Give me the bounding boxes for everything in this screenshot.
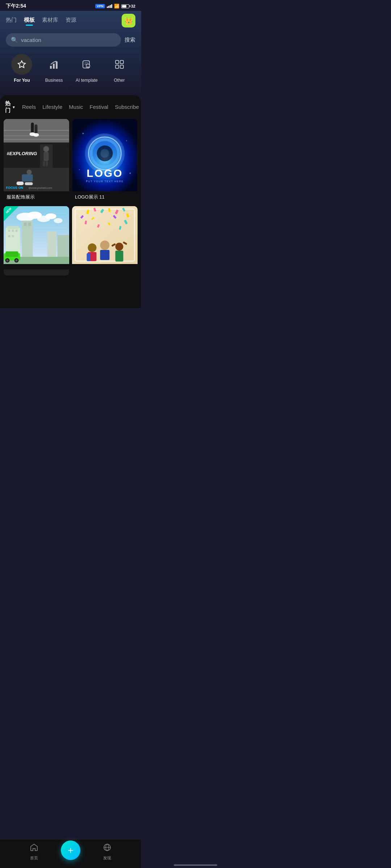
tab-hot[interactable]: 热门 bbox=[6, 17, 17, 25]
svg-rect-7 bbox=[84, 64, 87, 65]
wifi-icon: 📶 bbox=[114, 4, 119, 9]
subnav-reels[interactable]: Reels bbox=[22, 104, 36, 111]
battery-icon bbox=[121, 4, 129, 8]
business-label: Business bbox=[45, 78, 63, 83]
hot-dropdown[interactable]: 热门 ▼ bbox=[5, 100, 16, 114]
svg-point-92 bbox=[100, 241, 110, 250]
svg-text:FOCUS ON: FOCUS ON bbox=[6, 186, 24, 190]
svg-point-49 bbox=[46, 213, 56, 219]
bottom-section: 热门 ▼ Reels Lifestyle Music Festival Subs… bbox=[0, 95, 141, 308]
ai-template-icon-wrap: + bbox=[76, 54, 97, 75]
for-you-label: For You bbox=[14, 78, 30, 83]
tab-material[interactable]: 素材库 bbox=[42, 17, 58, 25]
svg-point-50 bbox=[54, 218, 63, 223]
card-building-label bbox=[4, 264, 69, 269]
subnav-lifestyle[interactable]: Lifestyle bbox=[42, 104, 62, 111]
hot-label: 热门 bbox=[5, 100, 10, 114]
svg-rect-9 bbox=[120, 60, 123, 64]
card1-mid-section: #EXPLORING bbox=[4, 142, 69, 168]
svg-point-94 bbox=[115, 243, 123, 251]
card-party[interactable] bbox=[72, 206, 138, 276]
svg-rect-10 bbox=[115, 65, 119, 68]
svg-rect-11 bbox=[120, 65, 123, 68]
svg-rect-29 bbox=[22, 174, 33, 182]
card-fashion[interactable]: #EXPLORING bbox=[4, 119, 69, 203]
category-business[interactable]: Business bbox=[43, 54, 64, 83]
category-other[interactable]: Other bbox=[109, 54, 130, 83]
for-you-icon-wrap bbox=[11, 54, 32, 75]
svg-point-67 bbox=[7, 259, 9, 261]
svg-rect-2 bbox=[56, 61, 58, 69]
other-icon-wrap bbox=[109, 54, 130, 75]
svg-rect-55 bbox=[16, 230, 18, 232]
ai-template-label: AI template bbox=[76, 78, 98, 83]
svg-text:+: + bbox=[87, 65, 89, 68]
svg-point-36 bbox=[126, 140, 127, 141]
subnav-festival[interactable]: Festival bbox=[89, 104, 108, 111]
svg-rect-91 bbox=[87, 253, 91, 261]
svg-rect-95 bbox=[115, 251, 123, 261]
content-grid: #EXPLORING bbox=[0, 118, 141, 279]
svg-rect-60 bbox=[28, 222, 31, 226]
subnav-subscribe[interactable]: Subscribe bbox=[115, 104, 139, 111]
status-time: 下午2:54 bbox=[6, 3, 26, 9]
svg-rect-26 bbox=[46, 161, 48, 166]
new-badge: NEW bbox=[4, 206, 22, 226]
scroll-indicator bbox=[0, 86, 141, 92]
sub-nav: 热门 ▼ Reels Lifestyle Music Festival Subs… bbox=[0, 95, 141, 118]
search-input-wrap[interactable]: 🔍 bbox=[6, 33, 121, 47]
svg-rect-1 bbox=[53, 64, 55, 69]
business-icon-wrap bbox=[43, 54, 64, 75]
nav-tabs: 热门 模板 素材库 资源 👑 bbox=[0, 11, 141, 30]
logo-sub-text: PUT YOUR TEXT HERE bbox=[86, 180, 124, 183]
svg-point-19 bbox=[33, 133, 39, 137]
search-icon: 🔍 bbox=[11, 37, 18, 43]
svg-rect-16 bbox=[31, 123, 34, 133]
svg-rect-54 bbox=[12, 230, 14, 232]
svg-point-38 bbox=[130, 173, 131, 174]
svg-rect-56 bbox=[8, 235, 10, 237]
svg-rect-57 bbox=[12, 235, 14, 237]
search-input[interactable] bbox=[21, 37, 116, 43]
other-label: Other bbox=[114, 78, 125, 83]
svg-rect-15 bbox=[4, 139, 69, 140]
svg-text:#EXPLORING: #EXPLORING bbox=[7, 151, 37, 156]
svg-rect-52 bbox=[7, 226, 19, 229]
svg-rect-24 bbox=[44, 152, 49, 161]
status-icons: VPN 📶 32 bbox=[95, 4, 135, 9]
card-building-image: NEW bbox=[4, 206, 69, 264]
svg-rect-17 bbox=[35, 124, 38, 135]
category-ai-template[interactable]: + AI template bbox=[76, 54, 98, 83]
signal-icon bbox=[107, 4, 112, 8]
card-building[interactable]: NEW bbox=[4, 206, 69, 276]
svg-text:@www.yourweb.com: @www.yourweb.com bbox=[29, 187, 52, 190]
svg-rect-25 bbox=[43, 161, 45, 166]
card-fashion-image: #EXPLORING bbox=[4, 119, 69, 191]
search-button[interactable]: 搜索 bbox=[125, 37, 135, 43]
card-logo-image: LOGO PUT YOUR TEXT HERE bbox=[72, 119, 138, 191]
svg-rect-31 bbox=[25, 182, 33, 185]
tab-resource[interactable]: 资源 bbox=[66, 17, 76, 25]
crown-button[interactable]: 👑 bbox=[122, 14, 135, 27]
svg-point-44 bbox=[101, 149, 109, 158]
svg-rect-59 bbox=[24, 222, 27, 226]
svg-rect-6 bbox=[84, 63, 88, 63]
svg-point-37 bbox=[79, 169, 80, 170]
svg-rect-93 bbox=[100, 250, 110, 260]
card-logo[interactable]: LOGO PUT YOUR TEXT HERE LOGO展示 11 bbox=[72, 119, 138, 203]
status-bar: 下午2:54 VPN 📶 32 bbox=[0, 0, 141, 11]
top-section: 热门 模板 素材库 资源 👑 🔍 搜索 For You bbox=[0, 11, 141, 95]
svg-point-28 bbox=[27, 170, 32, 175]
svg-point-23 bbox=[43, 146, 49, 152]
card1-top-section bbox=[4, 119, 69, 142]
svg-rect-30 bbox=[17, 182, 24, 185]
category-for-you[interactable]: For You bbox=[11, 54, 32, 83]
svg-point-69 bbox=[16, 259, 18, 261]
subnav-music[interactable]: Music bbox=[69, 104, 83, 111]
search-bar: 🔍 搜索 bbox=[6, 33, 135, 47]
categories: For You Business + bbox=[0, 50, 141, 86]
tab-template[interactable]: 模板 bbox=[24, 17, 35, 25]
card-fashion-label: 服装配饰展示 bbox=[4, 191, 69, 203]
crown-icon: 👑 bbox=[124, 16, 133, 25]
chevron-up-icon bbox=[68, 86, 73, 89]
